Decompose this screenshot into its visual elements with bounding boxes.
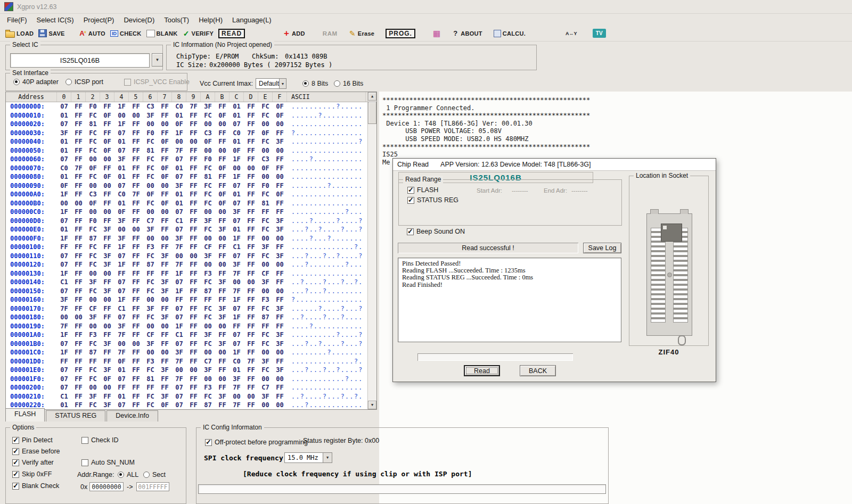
hex-byte-cell[interactable]: 01 xyxy=(172,191,186,198)
hex-byte-cell[interactable]: C1 xyxy=(230,243,244,251)
hex-byte-cell[interactable]: 01 xyxy=(230,226,244,233)
hex-byte-cell[interactable]: 07 xyxy=(230,340,244,348)
hex-byte-cell[interactable]: 0F xyxy=(230,147,244,154)
hex-byte-cell[interactable]: FF xyxy=(273,129,287,137)
hex-byte-cell[interactable]: FF xyxy=(273,296,287,303)
hex-byte-cell[interactable]: FF xyxy=(158,358,172,365)
hex-byte-cell[interactable]: 00 xyxy=(273,349,287,356)
hex-byte-cell[interactable]: C1 xyxy=(57,393,71,400)
hex-byte-cell[interactable]: 01 xyxy=(114,164,129,172)
hex-byte-cell[interactable]: 1F xyxy=(114,103,129,110)
hex-byte-cell[interactable]: 00 xyxy=(215,261,230,268)
hex-byte-cell[interactable]: FF xyxy=(100,278,114,286)
menu-toolst[interactable]: Tools(T) xyxy=(159,15,194,25)
hex-byte-cell[interactable]: 01 xyxy=(57,138,71,145)
hex-byte-cell[interactable]: FF xyxy=(244,147,258,154)
hex-byte-cell[interactable]: 00 xyxy=(230,164,244,172)
hex-byte-cell[interactable]: 1F xyxy=(230,296,244,303)
hex-byte-cell[interactable]: 00 xyxy=(258,261,273,268)
hex-byte-cell[interactable]: 0F xyxy=(86,200,100,207)
hex-byte-cell[interactable]: FF xyxy=(244,401,258,409)
radio-icsp-port[interactable]: ICSP port xyxy=(65,78,103,86)
hex-byte-cell[interactable]: FF xyxy=(129,270,143,277)
hex-byte-cell[interactable]: 00 xyxy=(258,173,273,180)
hex-byte-cell[interactable]: 1F xyxy=(172,129,186,137)
hex-byte-cell[interactable]: 3F xyxy=(273,331,287,338)
hex-byte-cell[interactable]: F3 xyxy=(258,296,273,303)
hex-byte-cell[interactable]: FC xyxy=(258,226,273,233)
hex-byte-cell[interactable]: 07 xyxy=(57,375,71,383)
hex-byte-cell[interactable]: 00 xyxy=(186,138,201,145)
hex-byte-cell[interactable]: 3F xyxy=(57,296,71,303)
hex-byte-cell[interactable]: C0 xyxy=(230,129,244,137)
hex-byte-cell[interactable]: 01 xyxy=(230,103,244,110)
hex-byte-cell[interactable]: 07 xyxy=(230,120,244,128)
checkbox-erase-before[interactable]: Erase before xyxy=(12,448,60,455)
hex-byte-cell[interactable]: 00 xyxy=(86,182,100,189)
hex-byte-cell[interactable]: FC xyxy=(201,200,215,207)
tab-status-reg[interactable]: STATUS REG xyxy=(46,410,105,422)
scroll-thumb[interactable] xyxy=(368,102,376,124)
hex-byte-cell[interactable]: F0 xyxy=(143,129,158,137)
toolbar-about-button[interactable]: ABOUT xyxy=(452,27,482,40)
checkbox-check-id[interactable]: Check ID xyxy=(81,436,118,444)
hex-byte-cell[interactable]: 01 xyxy=(114,393,129,400)
hex-byte-cell[interactable]: FF xyxy=(71,278,86,286)
hex-byte-cell[interactable]: 00 xyxy=(258,235,273,242)
hex-byte-cell[interactable]: FF xyxy=(71,112,86,119)
hex-byte-cell[interactable]: 3F xyxy=(100,252,114,260)
hex-byte-cell[interactable]: FC xyxy=(201,340,215,348)
hex-byte-cell[interactable]: F3 xyxy=(201,384,215,391)
hex-byte-cell[interactable]: F3 xyxy=(143,358,158,365)
toolbar-check-button[interactable]: CHECK xyxy=(110,27,142,40)
hex-byte-cell[interactable]: FF xyxy=(244,173,258,180)
hex-byte-cell[interactable]: 0F xyxy=(215,200,230,207)
hex-byte-cell[interactable]: 01 xyxy=(230,366,244,374)
hex-byte-cell[interactable]: 1F xyxy=(114,120,129,128)
hex-byte-cell[interactable]: 07 xyxy=(57,261,71,268)
hex-byte-cell[interactable]: C0 xyxy=(114,191,129,198)
hex-byte-cell[interactable]: FF xyxy=(158,375,172,383)
hex-byte-cell[interactable]: 01 xyxy=(230,191,244,198)
hex-byte-cell[interactable]: FF xyxy=(129,129,143,137)
hex-byte-cell[interactable]: FF xyxy=(129,182,143,189)
checkbox-verify-after[interactable]: Verify after xyxy=(12,459,54,466)
hex-byte-cell[interactable]: FF xyxy=(158,226,172,233)
hex-byte-cell[interactable]: 1F xyxy=(230,349,244,356)
hex-byte-cell[interactable]: FC xyxy=(86,261,100,268)
hex-byte-cell[interactable]: C0 xyxy=(230,358,244,365)
hex-byte-cell[interactable]: FF xyxy=(71,191,86,198)
hex-byte-cell[interactable]: FF xyxy=(100,191,114,198)
hex-byte-cell[interactable]: 0F xyxy=(100,375,114,383)
hex-byte-cell[interactable]: FC xyxy=(86,129,100,137)
hex-byte-cell[interactable]: 00 xyxy=(172,252,186,260)
hex-byte-cell[interactable]: 00 xyxy=(258,401,273,409)
hex-byte-cell[interactable]: 1F xyxy=(114,243,129,251)
hex-byte-cell[interactable]: 0F xyxy=(143,191,158,198)
checkbox-skip-0xff[interactable]: Skip 0xFF xyxy=(12,470,52,478)
hex-byte-cell[interactable]: 3F xyxy=(215,305,230,312)
hex-byte-cell[interactable]: FF xyxy=(129,155,143,163)
hex-byte-cell[interactable]: FF xyxy=(129,103,143,110)
hex-byte-cell[interactable]: FF xyxy=(186,384,201,391)
hex-byte-cell[interactable]: 00 xyxy=(114,112,129,119)
checkbox-off-protect[interactable]: Off-protect before programming xyxy=(205,439,308,446)
hex-byte-cell[interactable]: 00 xyxy=(273,375,287,383)
hex-byte-cell[interactable]: 00 xyxy=(100,323,114,330)
hex-byte-cell[interactable]: FF xyxy=(129,208,143,216)
hex-byte-cell[interactable]: 0F xyxy=(273,103,287,110)
hex-byte-cell[interactable]: FF xyxy=(186,375,201,383)
hex-byte-cell[interactable]: 3F xyxy=(86,313,100,321)
hex-byte-cell[interactable]: FC xyxy=(258,217,273,225)
hex-byte-cell[interactable]: FF xyxy=(71,103,86,110)
hex-byte-cell[interactable]: FF xyxy=(244,313,258,321)
hex-byte-cell[interactable]: 00 xyxy=(201,349,215,356)
hex-byte-cell[interactable]: 3F xyxy=(201,331,215,338)
hex-byte-cell[interactable]: FF xyxy=(186,287,201,295)
hex-byte-cell[interactable]: 7F xyxy=(172,358,186,365)
hex-byte-cell[interactable]: 00 xyxy=(273,235,287,242)
hex-byte-cell[interactable]: 00 xyxy=(129,340,143,348)
hex-byte-cell[interactable]: 0F xyxy=(57,182,71,189)
hex-byte-cell[interactable]: 00 xyxy=(143,296,158,303)
hex-byte-cell[interactable]: 3F xyxy=(158,313,172,321)
